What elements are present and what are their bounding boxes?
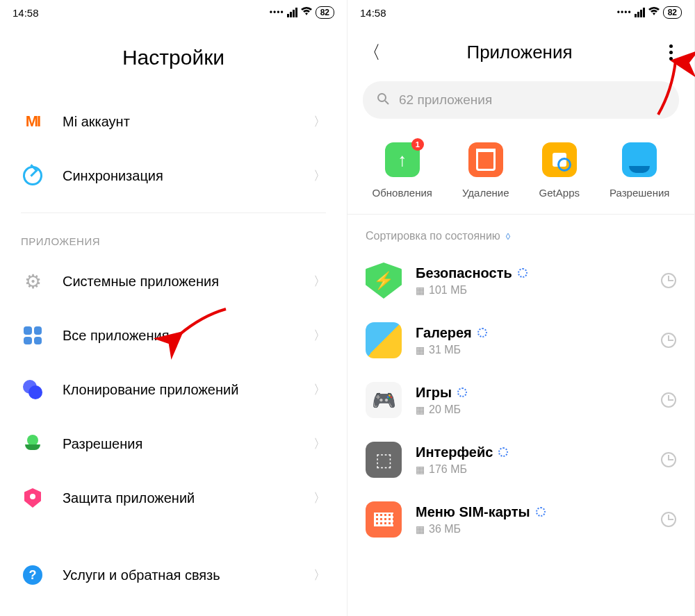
app-size: 20 МБ	[429, 403, 461, 416]
row-app-protection[interactable]: Защита приложений 〉	[0, 471, 347, 525]
shield-icon	[21, 486, 44, 510]
clock-icon	[661, 392, 676, 408]
status-icons: •••• 82	[617, 6, 682, 19]
app-icon	[366, 501, 402, 538]
battery-icon: 82	[663, 6, 682, 19]
loading-spinner-icon	[498, 447, 508, 457]
row-permissions[interactable]: Разрешения 〉	[0, 417, 347, 471]
action-permissions[interactable]: Разрешения	[610, 142, 669, 199]
app-icon	[366, 263, 402, 299]
clone-icon	[21, 378, 44, 401]
status-icons: •••• 82	[270, 6, 334, 19]
app-name: Интерфейс	[416, 444, 493, 460]
search-placeholder: 62 приложения	[399, 92, 492, 108]
row-sync[interactable]: Синхронизация 〉	[0, 149, 347, 203]
settings-screen: 14:58 •••• 82 Настройки MI Mi аккаунт 〉 …	[0, 0, 348, 616]
status-time: 14:58	[13, 7, 39, 19]
chip-icon: ▦	[416, 464, 425, 475]
app-name: Меню SIM-карты	[416, 504, 530, 520]
action-uninstall[interactable]: Удаление	[462, 142, 509, 199]
app-name: Галерея	[416, 325, 472, 341]
app-info: Меню SIM-карты ▦36 МБ	[416, 504, 661, 535]
app-size: 101 МБ	[429, 284, 467, 297]
row-label: Разрешения	[63, 436, 313, 452]
row-help-feedback[interactable]: ? Услуги и обратная связь 〉	[0, 548, 347, 602]
status-time: 14:58	[360, 7, 386, 19]
sort-label: Сортировка по состоянию	[366, 230, 500, 242]
row-system-apps[interactable]: ⚙ Системные приложения 〉	[0, 254, 347, 308]
permissions-icon	[21, 432, 44, 456]
app-row-gallery[interactable]: Галерея ▦31 МБ	[348, 310, 694, 370]
chevron-right-icon: 〉	[313, 381, 326, 398]
app-size: 176 МБ	[429, 463, 467, 476]
app-info: Интерфейс ▦176 МБ	[416, 444, 661, 476]
svg-point-0	[378, 94, 386, 101]
signal-bars-icon	[287, 8, 297, 17]
update-badge: 1	[411, 138, 424, 151]
search-input[interactable]: 62 приложения	[363, 81, 679, 119]
clock-icon	[661, 333, 676, 348]
app-row-sim-menu[interactable]: Меню SIM-карты ▦36 МБ	[348, 490, 694, 549]
action-getapps[interactable]: GetApps	[539, 142, 580, 199]
section-header-apps: ПРИЛОЖЕНИЯ	[0, 213, 347, 254]
top-bar: 〈 Приложения	[348, 25, 694, 72]
sort-button[interactable]: Сортировка по состоянию ◊	[348, 215, 694, 251]
apps-screen: 14:58 •••• 82 〈 Приложения 62 приложения…	[348, 0, 695, 616]
chevron-right-icon: 〉	[313, 273, 326, 290]
update-icon: 1	[385, 142, 420, 177]
svg-line-1	[385, 101, 389, 104]
getapps-icon	[542, 142, 577, 177]
clock-icon	[661, 273, 676, 288]
signal-dots-icon: ••••	[270, 8, 284, 17]
trash-icon	[468, 142, 503, 177]
more-menu-button[interactable]	[662, 44, 679, 60]
row-label: Защита приложений	[63, 490, 313, 506]
app-info: Игры ▦20 МБ	[416, 385, 661, 416]
mi-logo-icon: MI	[21, 110, 44, 133]
chip-icon: ▦	[416, 344, 425, 356]
row-label: Mi аккаунт	[63, 114, 313, 130]
wifi-icon	[648, 6, 660, 19]
row-mi-account[interactable]: MI Mi аккаунт 〉	[0, 94, 347, 149]
chip-icon: ▦	[416, 285, 425, 296]
app-icon	[366, 382, 402, 418]
apps-grid-icon	[21, 324, 44, 347]
chip-icon: ▦	[416, 404, 425, 415]
app-row-interface[interactable]: Интерфейс ▦176 МБ	[348, 430, 694, 490]
app-info: Безопасность ▦101 МБ	[416, 265, 661, 297]
action-grid: 1 Обновления Удаление GetApps Разрешения	[348, 119, 694, 214]
app-name: Безопасность	[416, 265, 512, 281]
chevron-right-icon: 〉	[313, 327, 326, 344]
app-name: Игры	[416, 385, 452, 401]
action-label: Обновления	[373, 187, 432, 199]
app-icon	[366, 442, 402, 478]
app-row-security[interactable]: Безопасность ▦101 МБ	[348, 251, 694, 310]
app-info: Галерея ▦31 МБ	[416, 325, 661, 356]
help-icon: ?	[21, 563, 44, 587]
row-label: Системные приложения	[63, 274, 313, 290]
app-icon	[366, 322, 402, 358]
action-label: Удаление	[462, 187, 509, 199]
row-label: Синхронизация	[63, 168, 313, 184]
action-updates[interactable]: 1 Обновления	[373, 142, 432, 199]
clock-icon	[661, 452, 676, 467]
row-clone-apps[interactable]: Клонирование приложений 〉	[0, 363, 347, 417]
page-title: Приложения	[377, 42, 662, 63]
action-label: GetApps	[539, 187, 580, 199]
sort-arrows-icon: ◊	[506, 231, 510, 242]
clock-icon	[661, 512, 676, 527]
chevron-right-icon: 〉	[313, 567, 326, 583]
battery-icon: 82	[316, 6, 334, 19]
app-row-games[interactable]: Игры ▦20 МБ	[348, 370, 694, 430]
signal-bars-icon	[635, 8, 645, 17]
action-label: Разрешения	[610, 187, 669, 199]
sync-icon	[21, 164, 44, 188]
chevron-right-icon: 〉	[313, 167, 326, 184]
app-size: 31 МБ	[429, 344, 461, 356]
loading-spinner-icon	[457, 388, 467, 397]
chevron-right-icon: 〉	[313, 435, 326, 452]
row-all-apps[interactable]: Все приложения 〉	[0, 308, 347, 363]
gear-icon: ⚙	[21, 269, 44, 293]
app-size: 36 МБ	[429, 523, 461, 535]
row-label: Клонирование приложений	[63, 382, 313, 398]
